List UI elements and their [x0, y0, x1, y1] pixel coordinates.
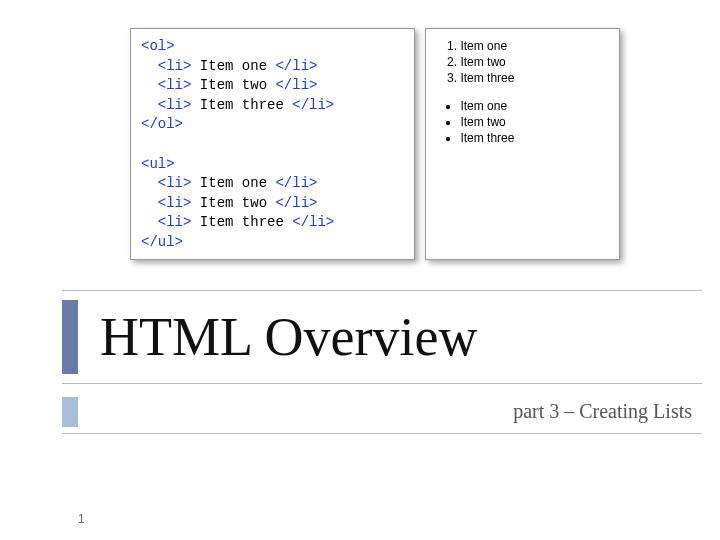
tag-li-open: <li>: [141, 214, 191, 230]
tag-li-open: <li>: [141, 77, 191, 93]
rendered-unordered-list: Item one Item two Item three: [440, 99, 605, 145]
subtitle-bar: part 3 – Creating Lists: [62, 390, 702, 434]
list-item: Item three: [460, 131, 605, 145]
list-item: Item two: [460, 55, 605, 69]
tag-li-open: <li>: [141, 195, 191, 211]
tag-li-close: </li>: [275, 77, 317, 93]
list-item: Item three: [460, 71, 605, 85]
tag-li-open: <li>: [141, 58, 191, 74]
tag-ol-open: <ol>: [141, 38, 175, 54]
list-item: Item two: [460, 115, 605, 129]
tag-li-close: </li>: [275, 195, 317, 211]
tag-li-open: <li>: [141, 97, 191, 113]
subtitle-accent-block: [62, 397, 78, 427]
tag-li-close: </li>: [275, 58, 317, 74]
tag-li-open: <li>: [141, 175, 191, 191]
list-item: Item one: [460, 99, 605, 113]
page-subtitle: part 3 – Creating Lists: [513, 400, 702, 423]
code-sample-box: <ol> <li> Item one </li> <li> Item two <…: [130, 28, 415, 260]
tag-ol-close: </ol>: [141, 116, 183, 132]
slide-number: 1: [78, 512, 85, 526]
title-accent-block: [62, 300, 78, 374]
list-item: Item one: [460, 39, 605, 53]
tag-li-close: </li>: [292, 97, 334, 113]
tag-li-close: </li>: [292, 214, 334, 230]
code-text: Item two: [191, 77, 275, 93]
tag-li-close: </li>: [275, 175, 317, 191]
code-text: Item two: [191, 195, 275, 211]
tag-ul-close: </ul>: [141, 234, 183, 250]
title-bar: HTML Overview: [62, 290, 702, 384]
page-title: HTML Overview: [100, 306, 477, 368]
rendered-ordered-list: Item one Item two Item three: [440, 39, 605, 85]
rendered-output-box: Item one Item two Item three Item one It…: [425, 28, 620, 260]
example-region: <ol> <li> Item one </li> <li> Item two <…: [130, 28, 620, 260]
code-text: Item one: [191, 175, 275, 191]
tag-ul-open: <ul>: [141, 156, 175, 172]
code-text: Item three: [191, 214, 292, 230]
code-text: Item one: [191, 58, 275, 74]
code-text: Item three: [191, 97, 292, 113]
